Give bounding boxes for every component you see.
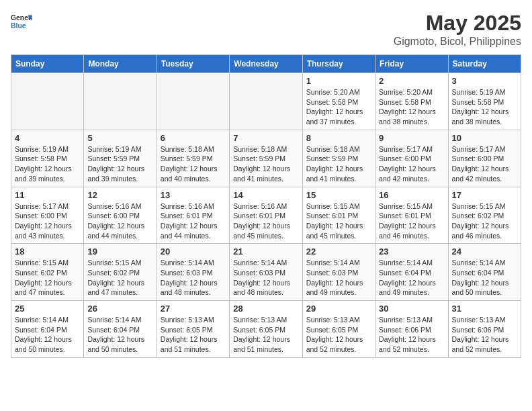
day-info: Sunrise: 5:14 AM Sunset: 6:03 PM Dayligh… — [306, 258, 371, 298]
day-number: 31 — [452, 304, 517, 314]
day-info: Sunrise: 5:13 AM Sunset: 6:06 PM Dayligh… — [452, 315, 517, 355]
day-number: 24 — [452, 246, 517, 257]
day-number: 5 — [87, 133, 152, 143]
day-number: 23 — [379, 246, 444, 257]
calendar-cell: 15Sunrise: 5:15 AM Sunset: 6:01 PM Dayli… — [302, 187, 375, 244]
calendar-cell: 29Sunrise: 5:13 AM Sunset: 6:05 PM Dayli… — [302, 301, 375, 358]
calendar-cell: 5Sunrise: 5:19 AM Sunset: 5:59 PM Daylig… — [84, 130, 157, 187]
weekday-header-cell: Sunday — [11, 55, 84, 73]
weekday-header-cell: Tuesday — [157, 55, 229, 73]
day-info: Sunrise: 5:14 AM Sunset: 6:04 PM Dayligh… — [379, 258, 444, 298]
calendar-cell — [157, 73, 229, 130]
calendar-cell: 11Sunrise: 5:17 AM Sunset: 6:00 PM Dayli… — [11, 187, 84, 244]
day-number: 10 — [452, 133, 517, 143]
day-number: 26 — [87, 304, 152, 314]
day-info: Sunrise: 5:17 AM Sunset: 6:00 PM Dayligh… — [15, 201, 80, 241]
calendar-cell: 27Sunrise: 5:13 AM Sunset: 6:05 PM Dayli… — [157, 301, 229, 358]
calendar-cell: 4Sunrise: 5:19 AM Sunset: 5:58 PM Daylig… — [11, 130, 84, 187]
day-number: 9 — [379, 133, 444, 143]
calendar-cell: 31Sunrise: 5:13 AM Sunset: 6:06 PM Dayli… — [448, 301, 521, 358]
calendar-cell: 7Sunrise: 5:18 AM Sunset: 5:59 PM Daylig… — [230, 130, 302, 187]
day-number: 17 — [452, 190, 517, 200]
svg-text:Blue: Blue — [11, 22, 26, 30]
day-number: 15 — [306, 190, 371, 200]
day-info: Sunrise: 5:13 AM Sunset: 6:06 PM Dayligh… — [379, 315, 444, 355]
calendar-cell: 21Sunrise: 5:14 AM Sunset: 6:03 PM Dayli… — [230, 244, 302, 301]
day-info: Sunrise: 5:16 AM Sunset: 6:01 PM Dayligh… — [161, 201, 226, 241]
weekday-header-cell: Thursday — [302, 55, 375, 73]
calendar-cell — [11, 73, 84, 130]
day-number: 3 — [452, 76, 517, 86]
day-info: Sunrise: 5:17 AM Sunset: 6:00 PM Dayligh… — [379, 144, 444, 184]
day-number: 20 — [161, 246, 226, 257]
day-number: 22 — [306, 246, 371, 257]
calendar-cell: 1Sunrise: 5:20 AM Sunset: 5:58 PM Daylig… — [302, 73, 375, 130]
calendar-cell: 6Sunrise: 5:18 AM Sunset: 5:59 PM Daylig… — [157, 130, 229, 187]
day-info: Sunrise: 5:14 AM Sunset: 6:04 PM Dayligh… — [452, 258, 517, 298]
calendar-cell: 22Sunrise: 5:14 AM Sunset: 6:03 PM Dayli… — [302, 244, 375, 301]
day-info: Sunrise: 5:19 AM Sunset: 5:58 PM Dayligh… — [452, 87, 517, 127]
calendar-body: 1Sunrise: 5:20 AM Sunset: 5:58 PM Daylig… — [11, 73, 521, 358]
calendar-week-row: 11Sunrise: 5:17 AM Sunset: 6:00 PM Dayli… — [11, 187, 521, 244]
day-number: 11 — [15, 190, 80, 200]
calendar-cell: 28Sunrise: 5:13 AM Sunset: 6:05 PM Dayli… — [230, 301, 302, 358]
calendar-cell: 18Sunrise: 5:15 AM Sunset: 6:02 PM Dayli… — [11, 244, 84, 301]
day-number: 28 — [233, 304, 298, 314]
main-title: May 2025 — [394, 11, 521, 36]
day-number: 4 — [15, 133, 80, 143]
day-info: Sunrise: 5:15 AM Sunset: 6:02 PM Dayligh… — [87, 258, 152, 298]
day-info: Sunrise: 5:13 AM Sunset: 6:05 PM Dayligh… — [161, 315, 226, 355]
day-number: 8 — [306, 133, 371, 143]
calendar-cell: 25Sunrise: 5:14 AM Sunset: 6:04 PM Dayli… — [11, 301, 84, 358]
day-number: 27 — [161, 304, 226, 314]
day-number: 7 — [233, 133, 298, 143]
calendar-cell — [84, 73, 157, 130]
day-number: 6 — [161, 133, 226, 143]
day-number: 29 — [306, 304, 371, 314]
day-info: Sunrise: 5:15 AM Sunset: 6:02 PM Dayligh… — [452, 201, 517, 241]
logo: General Blue — [11, 11, 32, 32]
header: General Blue May 2025 Gigmoto, Bicol, Ph… — [11, 11, 521, 48]
day-number: 13 — [161, 190, 226, 200]
day-number: 18 — [15, 246, 80, 257]
day-info: Sunrise: 5:19 AM Sunset: 5:59 PM Dayligh… — [87, 144, 152, 184]
calendar-cell: 12Sunrise: 5:16 AM Sunset: 6:00 PM Dayli… — [84, 187, 157, 244]
calendar-cell: 23Sunrise: 5:14 AM Sunset: 6:04 PM Dayli… — [375, 244, 448, 301]
day-info: Sunrise: 5:18 AM Sunset: 5:59 PM Dayligh… — [306, 144, 371, 184]
day-number: 19 — [87, 246, 152, 257]
day-number: 25 — [15, 304, 80, 314]
day-number: 14 — [233, 190, 298, 200]
day-number: 16 — [379, 190, 444, 200]
day-info: Sunrise: 5:20 AM Sunset: 5:58 PM Dayligh… — [306, 87, 371, 127]
day-info: Sunrise: 5:14 AM Sunset: 6:04 PM Dayligh… — [87, 315, 152, 355]
day-number: 12 — [87, 190, 152, 200]
day-number: 21 — [233, 246, 298, 257]
calendar-cell: 8Sunrise: 5:18 AM Sunset: 5:59 PM Daylig… — [302, 130, 375, 187]
weekday-header-cell: Wednesday — [230, 55, 302, 73]
calendar-cell: 24Sunrise: 5:14 AM Sunset: 6:04 PM Dayli… — [448, 244, 521, 301]
calendar-cell: 14Sunrise: 5:16 AM Sunset: 6:01 PM Dayli… — [230, 187, 302, 244]
calendar-cell: 13Sunrise: 5:16 AM Sunset: 6:01 PM Dayli… — [157, 187, 229, 244]
weekday-header-cell: Friday — [375, 55, 448, 73]
day-info: Sunrise: 5:17 AM Sunset: 6:00 PM Dayligh… — [452, 144, 517, 184]
day-info: Sunrise: 5:15 AM Sunset: 6:01 PM Dayligh… — [306, 201, 371, 241]
calendar-cell: 26Sunrise: 5:14 AM Sunset: 6:04 PM Dayli… — [84, 301, 157, 358]
calendar-cell: 30Sunrise: 5:13 AM Sunset: 6:06 PM Dayli… — [375, 301, 448, 358]
day-info: Sunrise: 5:20 AM Sunset: 5:58 PM Dayligh… — [379, 87, 444, 127]
calendar-week-row: 4Sunrise: 5:19 AM Sunset: 5:58 PM Daylig… — [11, 130, 521, 187]
calendar-cell: 3Sunrise: 5:19 AM Sunset: 5:58 PM Daylig… — [448, 73, 521, 130]
calendar-cell: 19Sunrise: 5:15 AM Sunset: 6:02 PM Dayli… — [84, 244, 157, 301]
subtitle: Gigmoto, Bicol, Philippines — [394, 36, 521, 48]
day-info: Sunrise: 5:14 AM Sunset: 6:03 PM Dayligh… — [161, 258, 226, 298]
day-number: 30 — [379, 304, 444, 314]
day-info: Sunrise: 5:18 AM Sunset: 5:59 PM Dayligh… — [233, 144, 298, 184]
calendar-cell: 20Sunrise: 5:14 AM Sunset: 6:03 PM Dayli… — [157, 244, 229, 301]
weekday-header-cell: Saturday — [448, 55, 521, 73]
day-info: Sunrise: 5:14 AM Sunset: 6:03 PM Dayligh… — [233, 258, 298, 298]
calendar: SundayMondayTuesdayWednesdayThursdayFrid… — [11, 54, 521, 358]
weekday-header-cell: Monday — [84, 55, 157, 73]
calendar-week-row: 1Sunrise: 5:20 AM Sunset: 5:58 PM Daylig… — [11, 73, 521, 130]
weekday-header: SundayMondayTuesdayWednesdayThursdayFrid… — [11, 55, 521, 73]
calendar-cell: 16Sunrise: 5:15 AM Sunset: 6:01 PM Dayli… — [375, 187, 448, 244]
day-info: Sunrise: 5:14 AM Sunset: 6:04 PM Dayligh… — [15, 315, 80, 355]
